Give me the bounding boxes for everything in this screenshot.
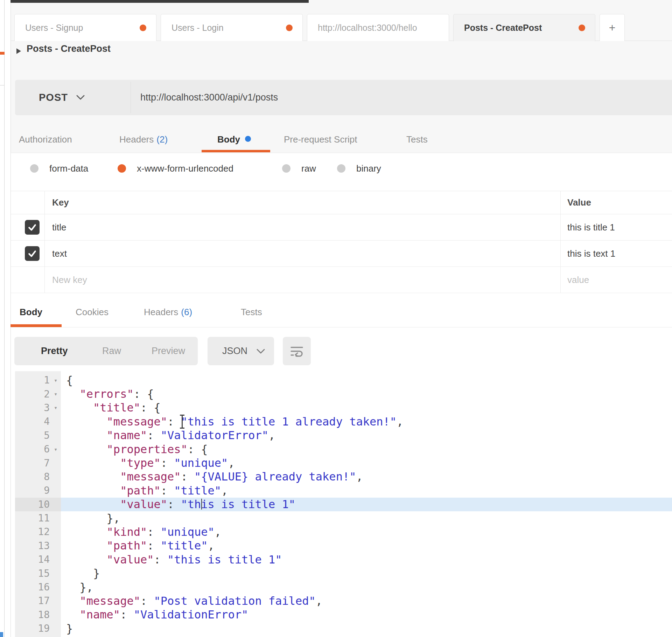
value-cell[interactable]: this is title 1: [567, 214, 615, 240]
wrap-text-button[interactable]: [283, 337, 311, 365]
code-line[interactable]: 2▾ "errors": {: [15, 387, 672, 401]
row-checkbox-checked[interactable]: [25, 220, 40, 235]
code-text: "name": "ValidatorError",: [61, 429, 672, 442]
gutter-cell: 5: [15, 429, 61, 442]
line-number: 5: [15, 430, 50, 441]
key-cell[interactable]: text: [52, 241, 67, 266]
tab-posts-createpost[interactable]: Posts - CreatePost: [453, 14, 595, 41]
new-tab-button[interactable]: +: [600, 14, 625, 41]
format-dropdown[interactable]: JSON: [208, 337, 274, 365]
gutter-cell: 3▾: [15, 401, 61, 415]
gutter-cell: 10: [15, 498, 61, 511]
code-line[interactable]: 15 }: [15, 566, 672, 580]
gutter-cell: 17: [15, 594, 61, 608]
tab-label: Cookies: [76, 307, 108, 317]
active-tab-underline: [10, 324, 62, 327]
code-line[interactable]: 9 "path": "title",: [15, 484, 672, 497]
tab-pre-request-script[interactable]: Pre-request Script: [284, 134, 357, 145]
radio-binary[interactable]: binary: [337, 159, 381, 178]
request-title: Posts - CreatePost: [27, 43, 111, 54]
radio-x-www-form-urlencoded[interactable]: x-www-form-urlencoded: [118, 159, 233, 178]
code-line[interactable]: 4 "message": "this is title 1 already ta…: [15, 415, 672, 428]
code-line[interactable]: 10 "value": "this is title 1": [15, 498, 672, 511]
text-cursor-ibeam: [182, 415, 183, 428]
fold-toggle-icon[interactable]: ▾: [50, 390, 61, 397]
view-mode-group: Pretty Raw Preview: [14, 337, 198, 365]
code-text: },: [61, 580, 672, 594]
code-line[interactable]: 18 "name": "ValidationError": [15, 608, 672, 622]
code-line[interactable]: 11 },: [15, 511, 672, 525]
tab-localhost-hello[interactable]: http://localhost:3000/hello: [307, 14, 449, 41]
response-body-viewer: 1▾{2▾ "errors": {3▾ "title": {4 "message…: [11, 371, 672, 637]
fold-toggle-icon[interactable]: ▾: [50, 377, 61, 384]
tab-headers[interactable]: Headers(2): [119, 134, 168, 145]
key-cell[interactable]: title: [52, 214, 66, 240]
code-text: "path": "title",: [61, 539, 672, 553]
tab-label: Users - Signup: [25, 23, 135, 33]
code-line[interactable]: 12 "kind": "unique",: [15, 525, 672, 539]
code-text: "kind": "unique",: [61, 525, 672, 539]
code-line[interactable]: 5 "name": "ValidatorError",: [15, 429, 672, 442]
line-number: 15: [15, 568, 50, 579]
code-line[interactable]: 3▾ "title": {: [15, 401, 672, 415]
line-number: 12: [15, 526, 50, 538]
new-key-input[interactable]: New key: [52, 267, 87, 293]
tabs-bottom-border: [11, 153, 672, 153]
value-column-header: Value: [567, 191, 591, 214]
radio-raw[interactable]: raw: [282, 159, 316, 178]
tab-response-cookies[interactable]: Cookies: [76, 307, 108, 318]
code-lines: 1▾{2▾ "errors": {3▾ "title": {4 "message…: [15, 373, 672, 635]
table-header-row: Key Value: [11, 191, 672, 214]
tab-body[interactable]: Body: [217, 134, 251, 145]
line-number: 19: [15, 623, 50, 634]
url-bar: POST http://localhost:3000/api/v1/posts: [15, 80, 672, 115]
fold-toggle-icon[interactable]: ▾: [50, 404, 61, 411]
raw-button[interactable]: Raw: [102, 337, 121, 365]
radio-label: binary: [356, 163, 381, 174]
code-text: "name": "ValidationError": [61, 608, 672, 622]
main-pane: Users - Signup Users - Login http://loca…: [10, 0, 672, 637]
code-text: "value": "this is title 1": [61, 498, 672, 511]
code-line[interactable]: 1▾{: [15, 373, 672, 387]
fold-toggle-icon[interactable]: ▾: [50, 446, 61, 453]
code-line[interactable]: 16 },: [15, 580, 672, 594]
gutter-cell: 12: [15, 525, 61, 539]
code-line[interactable]: 19}: [15, 622, 672, 635]
collapse-toggle-icon[interactable]: [16, 48, 21, 54]
new-value-input[interactable]: value: [567, 267, 589, 293]
table-row: text this is text 1: [11, 241, 672, 267]
method-dropdown[interactable]: POST: [39, 80, 85, 115]
tab-label: Users - Login: [172, 23, 282, 33]
tab-users-login[interactable]: Users - Login: [161, 14, 303, 41]
tab-authorization[interactable]: Authorization: [19, 134, 72, 145]
code-text: "type": "unique",: [61, 456, 672, 470]
tab-tests[interactable]: Tests: [406, 134, 428, 145]
code-line[interactable]: 7 "type": "unique",: [15, 456, 672, 470]
row-checkbox-checked[interactable]: [25, 246, 40, 261]
url-input[interactable]: http://localhost:3000/api/v1/posts: [140, 80, 278, 115]
table-column-divider: [44, 191, 45, 293]
gutter-cell: 14: [15, 553, 61, 566]
radio-form-data[interactable]: form-data: [30, 159, 88, 178]
code-line[interactable]: 14 "value": "this is title 1": [15, 553, 672, 566]
code-line[interactable]: 13 "path": "title",: [15, 539, 672, 553]
code-line[interactable]: 8 "message": "{VALUE} already taken!",: [15, 470, 672, 484]
value-cell[interactable]: this is text 1: [567, 241, 615, 266]
radio-icon: [30, 164, 38, 173]
line-number: 6: [15, 443, 50, 455]
pretty-button[interactable]: Pretty: [41, 337, 68, 365]
code-line[interactable]: 17 "message": "Post validation failed",: [15, 594, 672, 608]
tab-response-headers[interactable]: Headers(6): [144, 307, 192, 318]
preview-button[interactable]: Preview: [152, 337, 185, 365]
response-tabs: Body Cookies Headers(6) Tests: [11, 304, 672, 327]
window-top-strip: [10, 0, 309, 3]
code-line[interactable]: 6▾ "properties": {: [15, 442, 672, 456]
tab-users-signup[interactable]: Users - Signup: [14, 14, 156, 41]
gutter-cell: 4: [15, 415, 61, 428]
radio-label: x-www-form-urlencoded: [137, 163, 233, 174]
gutter-cell: 11: [15, 511, 61, 525]
tab-response-body[interactable]: Body: [20, 307, 42, 318]
line-number: 18: [15, 609, 50, 621]
postman-window: Users - Signup Users - Login http://loca…: [0, 0, 672, 637]
tab-response-tests[interactable]: Tests: [241, 307, 262, 318]
